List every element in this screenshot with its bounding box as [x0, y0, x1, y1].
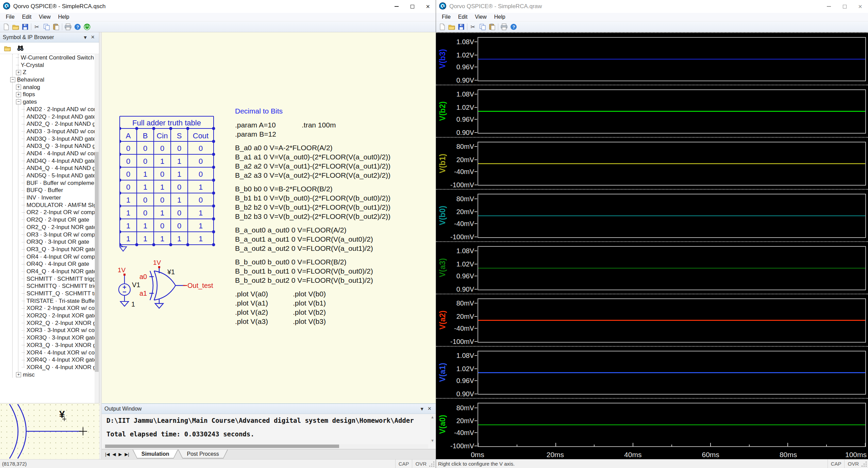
menu-help[interactable]: Help — [490, 14, 509, 20]
plot-box[interactable] — [478, 37, 866, 81]
maximize-icon[interactable] — [837, 0, 852, 13]
menu-file[interactable]: File — [438, 14, 454, 20]
resize-grip[interactable] — [430, 460, 436, 468]
help-icon[interactable]: ? — [509, 22, 518, 32]
vertical-scrollbar[interactable]: ▲ ▼ — [430, 415, 435, 443]
save-icon[interactable] — [20, 22, 30, 32]
tree-item-and3q[interactable]: AND3Q · 3-Input AND gate — [0, 135, 99, 143]
tree-item-xor3_q[interactable]: XOR3_Q · 3-Input XNOR gate — [0, 342, 99, 349]
expand-icon[interactable]: + — [16, 372, 21, 377]
maximize-icon[interactable] — [404, 0, 420, 13]
close-icon[interactable]: × — [852, 0, 868, 13]
cut-icon[interactable]: ✂ — [32, 22, 42, 32]
horizontal-scrollbar[interactable] — [103, 444, 428, 448]
tree-item-and2[interactable]: AND2 · 2-Input AND w/ com — [0, 106, 99, 113]
tree-item-bufq[interactable]: BUFQ · Buffer — [0, 187, 99, 194]
collapse-icon[interactable]: − — [10, 77, 15, 82]
tree-item-or2[interactable]: OR2 · 2-Input OR w/ compler — [0, 209, 99, 216]
plot-panel-Vb3[interactable]: V(b3)1.08V1.02V0.96V0.90V — [436, 32, 868, 85]
tree-item-z[interactable]: +Z — [0, 69, 99, 76]
help-icon[interactable]: ? — [73, 22, 82, 32]
tree-item-xor4[interactable]: XOR4 · 4-Input XOR w/ comp — [0, 349, 99, 357]
plot-panel-Va0[interactable]: V(a0)80mV20mV-40mV-100mV — [436, 398, 868, 450]
tree-item-or3[interactable]: OR3 · 3-Input OR w/ compler — [0, 231, 99, 239]
expand-icon[interactable]: + — [16, 70, 21, 75]
plot-box[interactable] — [478, 89, 866, 134]
scrollbar-thumb[interactable] — [105, 445, 339, 448]
tree-scrollbar[interactable] — [95, 54, 99, 403]
panel-splitter[interactable] — [99, 32, 102, 459]
tree-item-buf[interactable]: BUF · Buffer w/ complementa — [0, 179, 99, 187]
tree-item-or4_q[interactable]: OR4_Q · 4-Input NOR gate — [0, 268, 99, 275]
expand-icon[interactable]: + — [16, 85, 21, 90]
plot-panel-Vb1[interactable]: V(b1)80mV20mV-40mV-100mV — [436, 137, 868, 189]
minimize-icon[interactable] — [821, 0, 837, 13]
tree-item-tristate[interactable]: TRISTATE · Tri-state Buffer w, — [0, 297, 99, 305]
plot-box[interactable] — [478, 298, 866, 343]
tree-item-and4_q[interactable]: AND4_Q · 4-Input NAND gat — [0, 164, 99, 172]
plot-panel-Vb0[interactable]: V(b0)80mV20mV-40mV-100mV — [436, 189, 868, 241]
tree-item-misc[interactable]: +misc — [0, 371, 99, 379]
menu-edit[interactable]: Edit — [454, 14, 471, 20]
tree-item-and3_q[interactable]: AND3_Q · 3-Input NAND gat — [0, 142, 99, 150]
tree-item-xor2q[interactable]: XOR2Q · 2-Input XOR gate — [0, 312, 99, 319]
plot-panel-Va2[interactable]: V(a2)80mV20mV-40mV-100mV — [436, 294, 868, 346]
tree-item-y-crystal[interactable]: Y-Crystal — [0, 62, 99, 69]
tree-item-flops[interactable]: +flops — [0, 91, 99, 98]
menu-help[interactable]: Help — [54, 14, 73, 20]
tree-item-xor3[interactable]: XOR3 · 3-Input XOR w/ comp — [0, 327, 99, 334]
output-log[interactable]: D:\IIT Jammu\Learning\Main Course\Advanc… — [102, 414, 436, 449]
tree-item-modulator[interactable]: MODULATOR · AM/FM SIgna — [0, 202, 99, 209]
new-file-icon[interactable] — [1, 22, 11, 32]
tree-item-and4[interactable]: AND4 · 4-Input AND w/ com — [0, 150, 99, 157]
tree-item-schmittq[interactable]: SCHMITTQ · SCHMITT trigger — [0, 282, 99, 290]
cut-icon[interactable]: ✂ — [468, 22, 478, 32]
tree-item-xor4q[interactable]: XOR4Q · 4-Input XOR gate — [0, 356, 99, 364]
copy-icon[interactable] — [42, 22, 51, 32]
plot-box[interactable] — [478, 142, 866, 186]
expand-icon[interactable]: + — [16, 92, 21, 97]
open-folder-icon[interactable] — [11, 22, 20, 32]
menu-edit[interactable]: Edit — [18, 14, 35, 20]
menu-file[interactable]: File — [2, 14, 18, 20]
resize-grip[interactable] — [862, 460, 868, 468]
tree-item-xor2_q[interactable]: XOR2_Q · 2-Input XNOR gate — [0, 319, 99, 327]
menu-view[interactable]: View — [471, 14, 490, 20]
tree-item-w-current[interactable]: W-Current Controlled Switch — [0, 54, 99, 62]
tree-item-or2_q[interactable]: OR2_Q · 2-Input NOR gate — [0, 224, 99, 231]
collapse-icon[interactable]: ▼ — [418, 406, 426, 412]
time-axis[interactable]: 0ms20ms40ms60ms80ms100ms — [436, 450, 868, 459]
collapse-icon[interactable]: ▼ — [81, 35, 89, 40]
tree-item-or2q[interactable]: OR2Q · 2-Input OR gate — [0, 216, 99, 224]
run-icon[interactable] — [82, 22, 92, 32]
tree-item-xor4_q[interactable]: XOR4_Q · 4-Input XNOR gate — [0, 364, 99, 371]
prev-sheet-icon[interactable]: ◀ — [112, 452, 116, 457]
tree-item-and4q[interactable]: AND4Q · 4-Input AND gate — [0, 157, 99, 165]
schematic-canvas[interactable]: Full adder truth tableABCinSCout00000001… — [102, 32, 436, 403]
plot-box[interactable] — [478, 351, 866, 395]
tree-item-schmitt_q[interactable]: SCHMITT_Q · SCHMITT trigge — [0, 290, 99, 297]
save-icon[interactable] — [456, 22, 466, 32]
paste-icon[interactable] — [487, 22, 497, 32]
last-sheet-icon[interactable]: ▶| — [124, 452, 129, 457]
plot-panel-Va1[interactable]: V(a1)1.08V1.02V0.96V0.90V — [436, 346, 868, 398]
plot-box[interactable] — [478, 194, 866, 238]
plot-panel-Vb2[interactable]: V(b2)1.08V1.02V0.96V0.90V — [436, 85, 868, 137]
first-sheet-icon[interactable]: |◀ — [105, 452, 110, 457]
print-icon[interactable] — [63, 22, 73, 32]
tree-item-inv[interactable]: INV · Inverter — [0, 194, 99, 202]
menu-view[interactable]: View — [35, 14, 54, 20]
tree-item-and3[interactable]: AND3 · 3-Input AND w/ com — [0, 128, 99, 135]
print-icon[interactable] — [499, 22, 509, 32]
scrollbar-thumb[interactable] — [95, 152, 99, 372]
tree-item-xor2[interactable]: XOR2 · 2-Input XOR w/ comp — [0, 305, 99, 312]
plot-box[interactable] — [478, 246, 866, 290]
find-binoculars-icon[interactable] — [16, 44, 25, 53]
copy-icon[interactable] — [478, 22, 487, 32]
plot-panel-Va3[interactable]: V(a3)1.08V1.02V0.96V0.90V — [436, 241, 868, 294]
scroll-up-icon[interactable]: ▲ — [431, 415, 434, 419]
close-icon[interactable]: × — [426, 405, 433, 412]
close-icon[interactable]: × — [89, 34, 96, 41]
tree-item-and2_q[interactable]: AND2_Q · 2-Input NAND gat — [0, 120, 99, 128]
open-folder-icon[interactable] — [447, 22, 456, 32]
